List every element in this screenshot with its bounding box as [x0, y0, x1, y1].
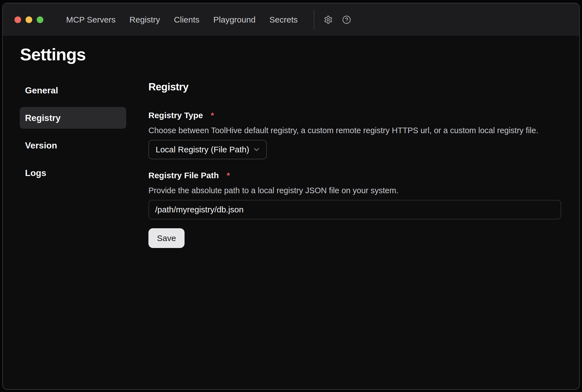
nav-item-mcp-servers[interactable]: MCP Servers	[66, 3, 116, 36]
app-window: MCP Servers Registry Clients Playground …	[2, 3, 580, 390]
required-marker: *	[211, 111, 214, 120]
sidebar-item-registry[interactable]: Registry	[20, 107, 126, 129]
nav-item-secrets[interactable]: Secrets	[269, 3, 298, 36]
help-circle-icon[interactable]	[342, 15, 351, 24]
settings-gear-icon[interactable]	[324, 15, 333, 24]
nav-item-clients[interactable]: Clients	[174, 3, 200, 36]
titlebar-divider	[314, 10, 314, 30]
sidebar-item-version[interactable]: Version	[20, 135, 126, 156]
settings-sidebar: General Registry Version Logs	[20, 80, 126, 248]
registry-file-path-label: Registry File Path	[148, 170, 219, 181]
registry-type-select[interactable]: Local Registry (File Path)	[148, 140, 267, 159]
registry-file-path-description: Provide the absolute path to a local reg…	[148, 185, 561, 196]
titlebar: MCP Servers Registry Clients Playground …	[3, 3, 579, 36]
registry-type-selected-value: Local Registry (File Path)	[156, 145, 249, 154]
save-button[interactable]: Save	[148, 228, 185, 248]
registry-type-label: Registry Type	[148, 110, 203, 121]
nav-item-registry[interactable]: Registry	[130, 3, 160, 36]
registry-file-path-input[interactable]	[148, 200, 561, 219]
zoom-button[interactable]	[37, 16, 43, 23]
required-marker: *	[227, 171, 230, 180]
registry-settings-panel: Registry Registry Type * Choose between …	[148, 80, 561, 248]
chevron-down-icon	[252, 145, 261, 154]
close-button[interactable]	[14, 16, 21, 23]
sidebar-item-logs[interactable]: Logs	[20, 162, 126, 184]
section-heading: Registry	[148, 82, 561, 92]
settings-page: Settings General Registry Version Logs R…	[3, 44, 579, 248]
registry-type-description: Choose between ToolHive default registry…	[148, 125, 561, 136]
top-nav: MCP Servers Registry Clients Playground …	[66, 3, 298, 36]
traffic-lights	[14, 16, 43, 23]
sidebar-item-general[interactable]: General	[20, 80, 126, 101]
page-title: Settings	[20, 44, 579, 64]
minimize-button[interactable]	[26, 16, 32, 23]
nav-item-playground[interactable]: Playground	[213, 3, 256, 36]
